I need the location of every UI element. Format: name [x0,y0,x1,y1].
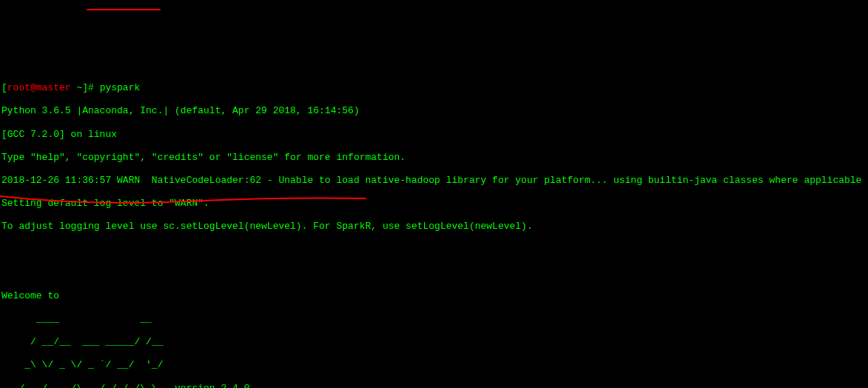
spark-ascii-2: / __/__ ___ _____/ /__ [1,336,867,348]
annotation-underline-1 [87,9,161,10]
prompt-user-host: root@master [7,82,71,93]
terminal-prompt-line[interactable]: [root@master ~]# pyspark [1,82,867,94]
gcc-line: [GCC 7.2.0] on linux [1,129,867,141]
welcome-line: Welcome to [1,290,867,302]
command-text: pyspark [100,82,141,93]
prompt-bracket-close: ]# [82,82,99,93]
prompt-bracket-open: [ [1,82,7,93]
prompt-tilde: ~ [71,82,83,93]
spark-ascii-3: _\ \/ _ \/ _ `/ __/ '_/ [1,359,867,371]
adjust-log-line: To adjust logging level use sc.setLogLev… [1,221,867,233]
help-line: Type "help", "copyright", "credits" or "… [1,152,867,164]
warn-line: 2018-12-26 11:36:57 WARN NativeCodeLoade… [1,175,867,187]
blank-line [1,267,867,279]
annotation-curve [0,193,370,211]
blank-line [1,244,867,255]
spark-ascii-1: ____ __ [1,313,867,325]
python-version-line: Python 3.6.5 |Anaconda, Inc.| (default, … [1,105,867,117]
spark-ascii-4: /__ / .__/\_,_/_/ /_/\_\ version 2.4.0 [1,383,867,388]
